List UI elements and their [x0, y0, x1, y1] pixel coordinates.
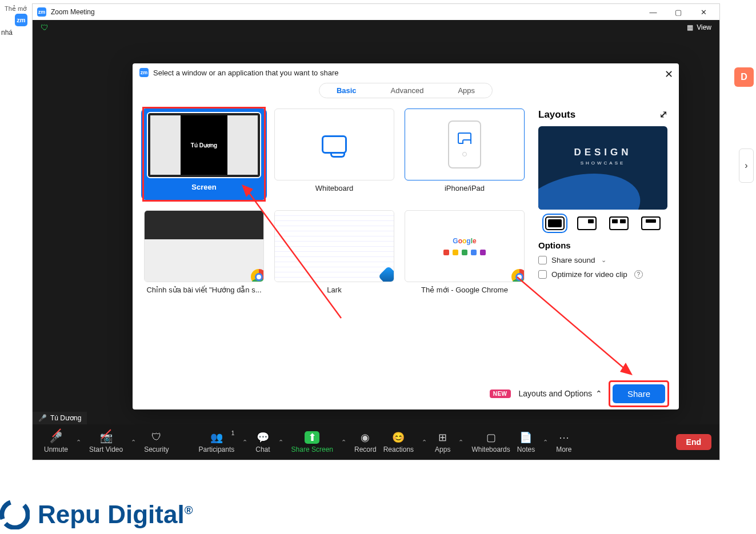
share-icon: ⬆ [305, 431, 319, 444]
share-source-ipad[interactable]: iPhone/iPad [405, 109, 525, 200]
watermark-brand: Repu Digital® [0, 500, 193, 529]
start-video-label: Start Video [89, 445, 123, 453]
apps-icon: ⊞ [438, 431, 447, 444]
share-source-window-3[interactable]: Google Thẻ mới - Google Chrome [405, 210, 525, 294]
layouts-options-toggle[interactable]: Layouts and Options ⌃ [519, 389, 602, 398]
meeting-topbar: 🛡 ▦ View [33, 20, 719, 35]
share-sound-checkbox[interactable] [538, 256, 547, 264]
video-menu-chevron[interactable]: ⌃ [126, 439, 141, 446]
reactions-icon: 😊 [392, 431, 405, 444]
participant-name: Tú Dương [50, 414, 81, 422]
notes-menu-chevron[interactable]: ⌃ [538, 439, 553, 446]
participant-name-tag: 🎤 Tú Dương [33, 412, 87, 424]
more-button[interactable]: ⋯ More [553, 431, 575, 453]
chat-button[interactable]: 💬 Chat [252, 431, 273, 453]
meeting-toolbar: 🎤 Unmute ⌃ 📷 Start Video ⌃ 🛡 Security 👥 … [33, 424, 719, 460]
preview-title: DESIGN [538, 147, 667, 158]
zoom-app-icon: zm [37, 7, 46, 17]
window-title: Zoom Meeting [51, 8, 95, 16]
audio-menu-chevron[interactable]: ⌃ [71, 439, 86, 446]
window-3-label: Thẻ mới - Google Chrome [421, 286, 508, 294]
participants-label: Participants [199, 445, 235, 453]
layout-option-3[interactable] [609, 216, 629, 230]
chrome-forward-button[interactable]: › [739, 148, 754, 183]
whiteboard-label: Whiteboard [315, 184, 353, 192]
view-button[interactable]: ▦ View [687, 23, 711, 31]
window-maximize-button[interactable]: ▢ [667, 5, 690, 19]
record-button[interactable]: ◉ Record [351, 431, 380, 453]
apps-label: Apps [435, 445, 450, 453]
window-1-label: Chỉnh sửa bài viết "Hướng dẫn s... [146, 286, 261, 294]
background-tab-text: Thẻ mớ [5, 5, 27, 13]
start-video-button[interactable]: 📷 Start Video [86, 431, 126, 453]
participants-count: 1 [231, 430, 235, 436]
profile-avatar[interactable]: D [734, 67, 754, 87]
dialog-close-button[interactable]: ✕ [665, 68, 673, 81]
repu-logo-icon [0, 500, 30, 529]
apps-button[interactable]: ⊞ Apps [431, 431, 454, 453]
reactions-menu-chevron[interactable]: ⌃ [417, 439, 431, 446]
screen-label: Screen [191, 183, 216, 191]
participants-button[interactable]: 👥 1 Participants [195, 431, 238, 453]
google-newtab-preview: Google [443, 237, 486, 255]
participants-icon: 👥 [210, 431, 223, 444]
ipad-label: iPhone/iPad [445, 184, 485, 192]
help-icon[interactable]: ? [634, 270, 643, 279]
encryption-shield-icon[interactable]: 🛡 [41, 23, 49, 32]
mic-muted-icon: 🎤 [38, 414, 47, 422]
share-sound-label: Share sound [551, 256, 595, 264]
tab-apps[interactable]: Apps [441, 83, 492, 98]
apps-menu-chevron[interactable]: ⌃ [454, 439, 468, 446]
share-menu-chevron[interactable]: ⌃ [337, 439, 351, 446]
layout-preview[interactable]: DESIGN SHOWCASE [538, 126, 667, 210]
background-zoom-icon: zm [15, 14, 27, 26]
unmute-button[interactable]: 🎤 Unmute [41, 431, 71, 453]
brand-text: Repu Digital [38, 500, 185, 528]
tab-advanced[interactable]: Advanced [374, 83, 441, 98]
camera-icon: 📷 [100, 431, 113, 444]
reactions-button[interactable]: 😊 Reactions [380, 431, 417, 453]
airplay-icon [458, 133, 471, 144]
notes-label: Notes [517, 445, 535, 453]
chat-menu-chevron[interactable]: ⌃ [274, 439, 288, 446]
background-text: nhá [1, 29, 13, 37]
whiteboards-button[interactable]: ▢ Whiteboards [468, 431, 513, 453]
share-source-window-2[interactable]: Lark [274, 210, 394, 294]
new-badge: NEW [490, 390, 511, 398]
window-minimize-button[interactable]: — [642, 5, 665, 19]
share-screen-button[interactable]: ⬆ Share Screen [288, 431, 337, 453]
layout-option-4[interactable] [641, 216, 661, 230]
window-close-button[interactable]: ✕ [692, 5, 715, 19]
share-screen-label: Share Screen [291, 445, 333, 453]
chat-label: Chat [255, 445, 270, 453]
view-label: View [697, 23, 711, 31]
layouts-options-label: Layouts and Options [519, 389, 592, 398]
more-label: More [556, 445, 571, 453]
share-source-screen[interactable]: Tú Dương Screen [144, 109, 264, 200]
tab-basic[interactable]: Basic [319, 83, 374, 98]
share-source-whiteboard[interactable]: Whiteboard [274, 109, 394, 200]
share-screen-dialog: zm Select a window or an application tha… [133, 63, 679, 409]
share-source-window-1[interactable]: Chỉnh sửa bài viết "Hướng dẫn s... [144, 210, 264, 294]
share-sound-dropdown[interactable]: ⌄ [601, 256, 606, 264]
whiteboards-label: Whiteboards [471, 445, 510, 453]
chevron-up-icon: ⌃ [595, 389, 602, 398]
layouts-heading: Layouts [538, 109, 575, 121]
chrome-icon [251, 269, 264, 282]
layout-option-1[interactable] [545, 216, 565, 230]
optimize-video-checkbox[interactable] [538, 270, 547, 279]
more-icon: ⋯ [559, 431, 569, 444]
security-button[interactable]: 🛡 Security [141, 431, 172, 453]
share-button[interactable]: Share [613, 384, 665, 403]
participants-menu-chevron[interactable]: ⌃ [238, 439, 252, 446]
grid-icon: ▦ [687, 23, 693, 31]
expand-icon[interactable]: ⤢ [659, 109, 667, 121]
end-meeting-button[interactable]: End [676, 434, 711, 450]
zoom-window: zm Zoom Meeting — ▢ ✕ 🛡 ▦ View zm Select… [32, 3, 720, 460]
mic-icon: 🎤 [50, 431, 62, 444]
layout-option-2[interactable] [577, 216, 597, 230]
chat-icon: 💬 [257, 431, 269, 444]
notes-button[interactable]: 📄 Notes [514, 431, 538, 453]
screen-preview-user: Tú Dương [181, 115, 228, 175]
security-label: Security [144, 445, 169, 453]
